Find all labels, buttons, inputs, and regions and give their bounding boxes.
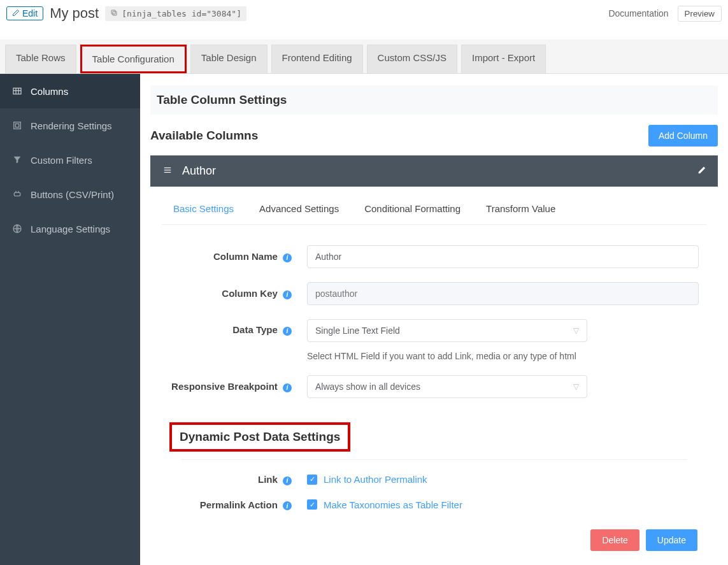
form-area: Column Name i Column Key i Data Type xyxy=(150,225,718,557)
delete-button[interactable]: Delete xyxy=(590,529,639,551)
sidebar-item-rendering[interactable]: Rendering Settings xyxy=(0,108,140,143)
label-text: Data Type xyxy=(232,324,278,335)
data-type-help: Select HTML Field if you want to add Lin… xyxy=(307,351,699,361)
chevron-down-icon: ▽ xyxy=(573,382,579,391)
info-icon[interactable]: i xyxy=(283,254,292,262)
update-button[interactable]: Update xyxy=(646,529,697,551)
header-bar: Edit My post [ninja_tables id="3084"] Do… xyxy=(0,0,728,27)
tab-table-configuration[interactable]: Table Configuration xyxy=(80,45,187,73)
dynamic-settings-title: Dynamic Post Data Settings xyxy=(169,422,350,452)
info-icon[interactable]: i xyxy=(283,290,292,299)
copy-icon xyxy=(110,9,118,18)
sidebar: Columns Rendering Settings Custom Filter… xyxy=(0,74,140,565)
chevron-down-icon: ▽ xyxy=(573,326,579,335)
section-title: Table Column Settings xyxy=(157,93,711,107)
row-data-type: Data Type i Single Line Text Field ▽ Sel… xyxy=(169,319,699,361)
svg-rect-7 xyxy=(15,124,18,127)
shortcode-display[interactable]: [ninja_tables id="3084"] xyxy=(105,6,246,21)
control-data-type: Single Line Text Field ▽ Select HTML Fie… xyxy=(307,319,699,361)
control-column-name xyxy=(307,245,699,268)
select-value: Always show in all devices xyxy=(315,382,420,392)
control-column-key xyxy=(307,282,699,305)
column-header-name: Author xyxy=(182,164,689,178)
label-permalink: Permalink Action i xyxy=(169,499,297,511)
label-column-key: Column Key i xyxy=(169,288,297,299)
sidebar-item-filters[interactable]: Custom Filters xyxy=(0,143,140,177)
label-text: Column Key xyxy=(222,288,278,299)
edit-button-label: Edit xyxy=(22,8,38,18)
tab-import-export[interactable]: Import - Export xyxy=(461,45,546,73)
footer-buttons: Delete Update xyxy=(169,529,699,551)
dynamic-settings-title-box: Dynamic Post Data Settings xyxy=(169,422,350,452)
label-text: Responsive Breakpoint xyxy=(171,381,278,392)
inner-tab-transform[interactable]: Transform Value xyxy=(486,203,555,218)
svg-rect-6 xyxy=(14,122,21,129)
sidebar-item-label: Rendering Settings xyxy=(31,120,112,131)
lang-icon xyxy=(11,223,23,234)
filter-icon xyxy=(11,154,23,166)
page-title: My post xyxy=(50,5,99,22)
link-checkbox-row: ✓ Link to Author Permalink xyxy=(307,474,427,485)
control-breakpoint: Always show in all devices ▽ xyxy=(307,375,699,398)
info-icon[interactable]: i xyxy=(283,501,292,510)
add-column-button[interactable]: Add Column xyxy=(648,125,718,147)
link-checkbox-label[interactable]: Link to Author Permalink xyxy=(324,474,427,485)
pencil-icon xyxy=(12,8,20,18)
sidebar-item-language[interactable]: Language Settings xyxy=(0,211,140,246)
tab-frontend-editing[interactable]: Frontend Editing xyxy=(271,45,363,73)
preview-button[interactable]: Preview xyxy=(678,6,722,22)
svg-rect-1 xyxy=(111,10,115,14)
column-header-bar[interactable]: Author xyxy=(150,155,718,187)
plug-icon xyxy=(11,189,23,200)
column-key-input xyxy=(307,282,699,305)
edit-button[interactable]: Edit xyxy=(6,6,43,20)
column-name-input[interactable] xyxy=(307,245,699,268)
available-columns-title: Available Columns xyxy=(150,129,258,143)
svg-rect-0 xyxy=(113,11,117,15)
inner-tab-conditional[interactable]: Conditional Formatting xyxy=(364,203,460,218)
tabs-bar: Table Rows Table Configuration Table Des… xyxy=(0,39,728,74)
section-title-box: Table Column Settings xyxy=(150,85,718,115)
drag-handle-icon[interactable] xyxy=(162,166,173,176)
link-checkbox[interactable]: ✓ xyxy=(307,475,317,485)
data-type-select[interactable]: Single Line Text Field ▽ xyxy=(307,319,587,342)
select-value: Single Line Text Field xyxy=(315,325,400,336)
row-column-key: Column Key i xyxy=(169,282,699,305)
svg-rect-8 xyxy=(14,192,20,196)
label-column-name: Column Name i xyxy=(169,251,297,262)
tab-table-rows[interactable]: Table Rows xyxy=(5,45,76,73)
breakpoint-select[interactable]: Always show in all devices ▽ xyxy=(307,375,587,398)
separator xyxy=(181,459,687,460)
row-breakpoint: Responsive Breakpoint i Always show in a… xyxy=(169,375,699,398)
render-icon xyxy=(11,120,23,131)
row-column-name: Column Name i xyxy=(169,245,699,268)
sidebar-item-label: Buttons (CSV/Print) xyxy=(31,189,114,200)
edit-column-icon[interactable] xyxy=(697,166,706,176)
label-text: Link xyxy=(258,474,278,485)
sidebar-item-columns[interactable]: Columns xyxy=(0,74,140,108)
row-link: Link i ✓ Link to Author Permalink xyxy=(169,474,699,485)
permalink-checkbox-label[interactable]: Make Taxonomies as Table Filter xyxy=(324,499,462,510)
sidebar-item-buttons[interactable]: Buttons (CSV/Print) xyxy=(0,177,140,211)
inner-tab-basic[interactable]: Basic Settings xyxy=(173,203,234,218)
label-text: Column Name xyxy=(213,251,278,262)
table-icon xyxy=(11,85,23,97)
permalink-checkbox[interactable]: ✓ xyxy=(307,499,317,510)
tab-custom-css-js[interactable]: Custom CSS/JS xyxy=(367,45,457,73)
info-icon[interactable]: i xyxy=(283,476,292,485)
inner-tabs: Basic Settings Advanced Settings Conditi… xyxy=(162,187,706,225)
sidebar-item-label: Language Settings xyxy=(31,224,110,234)
shortcode-text: [ninja_tables id="3084"] xyxy=(122,9,241,18)
label-link: Link i xyxy=(169,474,297,485)
label-breakpoint: Responsive Breakpoint i xyxy=(169,381,297,392)
inner-tab-advanced[interactable]: Advanced Settings xyxy=(259,203,339,218)
available-columns-row: Available Columns Add Column xyxy=(150,125,718,147)
info-icon[interactable]: i xyxy=(283,327,292,336)
documentation-link[interactable]: Documentation xyxy=(608,8,668,18)
info-icon[interactable]: i xyxy=(283,383,292,392)
sidebar-item-label: Custom Filters xyxy=(31,155,92,166)
sidebar-item-label: Columns xyxy=(31,86,68,97)
main-layout: Columns Rendering Settings Custom Filter… xyxy=(0,74,728,565)
row-permalink: Permalink Action i ✓ Make Taxonomies as … xyxy=(169,499,699,511)
tab-table-design[interactable]: Table Design xyxy=(190,45,268,73)
